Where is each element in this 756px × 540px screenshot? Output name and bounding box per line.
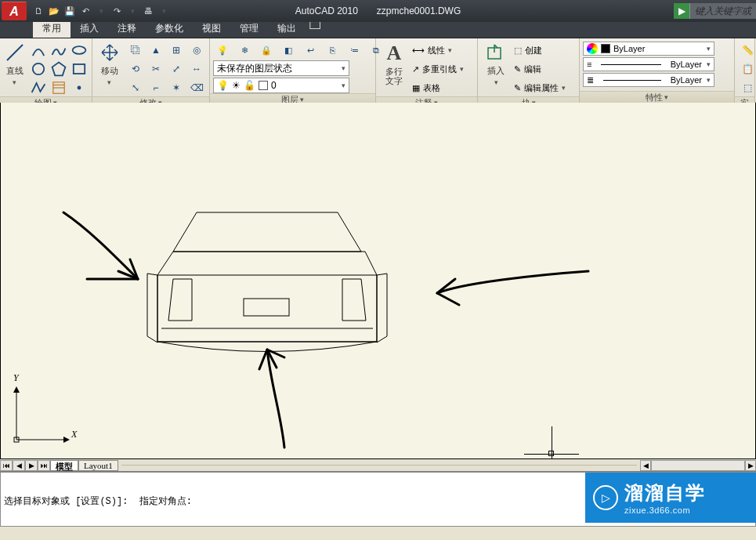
ucs-y-label: Y bbox=[13, 372, 19, 384]
search-input[interactable]: 键入关键字或 bbox=[689, 3, 756, 19]
create-block-button[interactable]: ⬚创建 bbox=[514, 42, 566, 59]
select-icon[interactable]: ⬚ bbox=[738, 79, 756, 96]
extend-icon[interactable]: ⤢ bbox=[167, 60, 186, 78]
erase-icon[interactable]: ⌫ bbox=[187, 79, 206, 96]
group-props: ByLayer ▾ ≡ ByLayer ▾ ≣ ByLayer ▾ 特性▾ bbox=[580, 38, 735, 103]
svg-point-3 bbox=[33, 63, 44, 74]
layer-color-icon[interactable]: ◧ bbox=[279, 42, 298, 59]
mirror-icon[interactable]: ▲ bbox=[146, 42, 165, 59]
ucs-x-label: X bbox=[71, 429, 77, 440]
print-icon[interactable]: 🖶 bbox=[141, 4, 155, 18]
layer-combo[interactable]: 💡 ☀ 🔓 0 ▾ bbox=[213, 78, 349, 93]
search-go-icon[interactable]: ▶ bbox=[674, 3, 689, 19]
mtext-button[interactable]: A 多行 文字 bbox=[379, 42, 409, 85]
color-combo[interactable]: ByLayer ▾ bbox=[583, 42, 714, 56]
dropdown-icon[interactable]: ▾ bbox=[107, 78, 111, 86]
app-logo[interactable]: A bbox=[2, 2, 27, 20]
dropdown-icon[interactable]: ▾ bbox=[707, 76, 711, 84]
undo-dropdown-icon[interactable]: ▾ bbox=[94, 4, 108, 18]
dropdown-icon[interactable]: ▾ bbox=[448, 46, 452, 54]
save-icon[interactable]: 💾 bbox=[63, 4, 77, 18]
polygon-icon[interactable] bbox=[49, 60, 68, 78]
arc-icon[interactable] bbox=[29, 42, 48, 59]
ellipse-icon[interactable] bbox=[70, 42, 89, 59]
copy-icon[interactable]: ⿻ bbox=[126, 42, 145, 59]
layer-lock-icon[interactable]: 🔒 bbox=[257, 42, 276, 59]
tab-home[interactable]: 常用 bbox=[33, 20, 71, 38]
ribbon: 直线 ▾ 绘图▾ 移动 ▾ bbox=[0, 38, 756, 103]
dropdown-icon[interactable]: ▾ bbox=[13, 78, 16, 86]
redo-dropdown-icon[interactable]: ▾ bbox=[125, 4, 139, 18]
tab-annotate[interactable]: 注释 bbox=[108, 20, 146, 38]
layer-match-icon[interactable]: ≔ bbox=[345, 42, 364, 59]
dropdown-icon[interactable]: ▾ bbox=[494, 78, 498, 86]
circle-icon[interactable] bbox=[29, 60, 48, 78]
tab-manage[interactable]: 管理 bbox=[230, 20, 268, 38]
qat-dropdown-icon[interactable]: ▾ bbox=[157, 4, 171, 18]
stretch-icon[interactable]: ↔ bbox=[187, 60, 206, 78]
measure-icon[interactable]: 📏 bbox=[738, 42, 756, 59]
multileader-button[interactable]: ↗多重引线▾ bbox=[412, 60, 464, 78]
dropdown-icon[interactable]: ▾ bbox=[562, 84, 566, 92]
trim-icon[interactable]: ✂ bbox=[146, 60, 165, 78]
tab-parametric[interactable]: 参数化 bbox=[146, 20, 193, 38]
watermark-logo-icon: ▷ bbox=[593, 485, 618, 510]
dropdown-icon[interactable]: ▾ bbox=[460, 65, 464, 73]
layer-freeze-icon[interactable]: ❄ bbox=[235, 42, 254, 59]
array-icon[interactable]: ⊞ bbox=[167, 42, 186, 59]
tab-model[interactable]: 模型 bbox=[50, 460, 78, 471]
undo-icon[interactable]: ↶ bbox=[78, 4, 92, 18]
dropdown-icon[interactable]: ▾ bbox=[664, 93, 668, 101]
hatch-icon[interactable] bbox=[49, 79, 68, 96]
scroll-right-icon[interactable]: ▶ bbox=[745, 460, 756, 471]
point-icon[interactable] bbox=[70, 79, 89, 96]
offset-icon[interactable]: ◎ bbox=[187, 42, 206, 59]
drawing-area[interactable]: Y X bbox=[0, 103, 756, 459]
layer-states-icon[interactable]: ⎘ bbox=[323, 42, 342, 59]
next-tab-icon[interactable]: ▶ bbox=[25, 460, 38, 471]
rect-icon[interactable] bbox=[70, 60, 89, 78]
explode-icon[interactable]: ✶ bbox=[167, 79, 186, 96]
dropdown-icon[interactable]: ▾ bbox=[342, 82, 345, 89]
edit-attr-button[interactable]: ✎编辑属性▾ bbox=[514, 79, 566, 96]
svg-rect-14 bbox=[244, 299, 289, 316]
redo-icon[interactable]: ↷ bbox=[110, 4, 124, 18]
first-tab-icon[interactable]: ⏮ bbox=[0, 460, 13, 471]
last-tab-icon[interactable]: ⏭ bbox=[38, 460, 50, 471]
search-box[interactable]: ▶ 键入关键字或 bbox=[674, 0, 756, 22]
fillet-icon[interactable]: ⌐ bbox=[146, 79, 165, 96]
tab-output[interactable]: 输出 bbox=[268, 20, 306, 38]
tab-view[interactable]: 视图 bbox=[193, 20, 230, 38]
prev-tab-icon[interactable]: ◀ bbox=[13, 460, 25, 471]
dim-linear-button[interactable]: ⟷线性▾ bbox=[412, 42, 464, 59]
tab-spacer bbox=[121, 465, 637, 466]
scroll-track[interactable] bbox=[651, 460, 745, 471]
scroll-left-icon[interactable]: ◀ bbox=[640, 460, 651, 471]
dropdown-icon[interactable]: ▾ bbox=[707, 60, 711, 68]
edit-block-button[interactable]: ✎编辑 bbox=[514, 60, 566, 78]
svg-rect-5 bbox=[74, 64, 85, 74]
layer-state-combo[interactable]: 未保存的图层状态 ▾ bbox=[213, 60, 349, 76]
open-icon[interactable]: 📂 bbox=[47, 4, 61, 18]
tab-layout1[interactable]: Layout1 bbox=[78, 460, 118, 471]
layer-prev-icon[interactable]: ↩ bbox=[301, 42, 320, 59]
mtext-label: 多行 文字 bbox=[385, 67, 403, 85]
rotate-icon[interactable]: ⟲ bbox=[126, 60, 145, 78]
line-button[interactable]: 直线 ▾ bbox=[3, 42, 26, 86]
spline-icon[interactable] bbox=[49, 42, 68, 59]
move-button[interactable]: 移动 ▾ bbox=[96, 42, 123, 86]
group-util: 📏 📋 ⬚ 实 bbox=[735, 38, 755, 103]
insert-block-button[interactable]: 插入 ▾ bbox=[481, 42, 511, 86]
dropdown-icon[interactable]: ▾ bbox=[342, 64, 345, 72]
polyline-icon[interactable] bbox=[29, 79, 48, 96]
layer-off-icon[interactable]: 💡 bbox=[213, 42, 232, 59]
tab-insert[interactable]: 插入 bbox=[71, 20, 108, 38]
paste-icon[interactable]: 📋 bbox=[738, 60, 756, 78]
scale-icon[interactable]: ⤡ bbox=[126, 79, 145, 96]
lineweight-combo[interactable]: ≡ ByLayer ▾ bbox=[583, 57, 714, 71]
new-icon[interactable]: 🗋 bbox=[31, 4, 45, 18]
color-wheel-icon bbox=[587, 43, 598, 54]
linetype-combo[interactable]: ≣ ByLayer ▾ bbox=[583, 73, 714, 87]
dropdown-icon[interactable]: ▾ bbox=[707, 45, 711, 53]
table-button[interactable]: ▦表格 bbox=[412, 79, 464, 96]
